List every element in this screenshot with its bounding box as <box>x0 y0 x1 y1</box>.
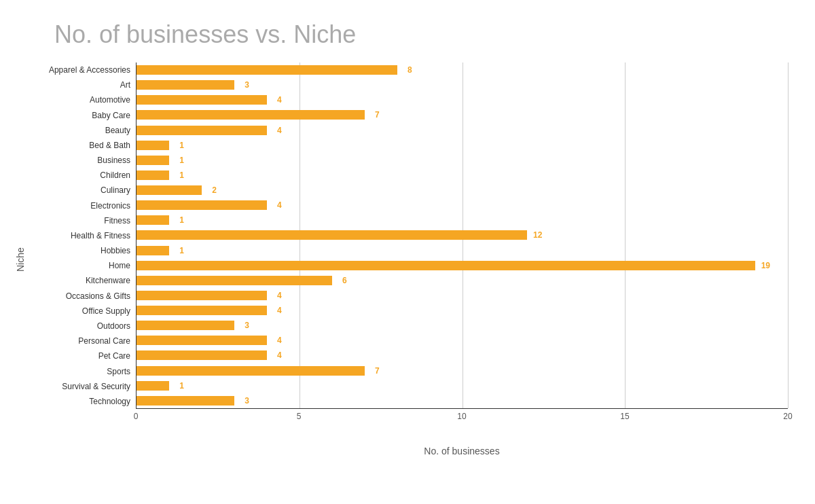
bar-row: 1 <box>137 153 788 168</box>
bar-value-label: 4 <box>277 350 282 360</box>
bar: 4 <box>137 95 267 105</box>
bar-value-label: 1 <box>179 156 184 165</box>
category-label: Automotive <box>27 92 136 107</box>
bar: 1 <box>137 215 169 225</box>
category-label: Personal Care <box>27 334 136 348</box>
x-axis-tick-label: 10 <box>457 412 466 421</box>
bar: 3 <box>137 80 234 90</box>
category-label: Culinary <box>27 183 136 198</box>
category-labels: Apparel & AccessoriesArtAutomotiveBaby C… <box>27 62 136 409</box>
bar-value-label: 1 <box>179 246 184 255</box>
bar-row: 3 <box>137 77 788 92</box>
category-label: Outdoors <box>27 319 136 334</box>
category-label: Technology <box>27 394 136 409</box>
bar-row: 1 <box>137 138 788 153</box>
bar: 6 <box>137 276 332 285</box>
chart-inner: Apparel & AccessoriesArtAutomotiveBaby C… <box>27 62 788 456</box>
bar-row: 7 <box>137 363 788 378</box>
bar-row: 4 <box>137 288 788 303</box>
bar-row: 4 <box>137 123 788 138</box>
category-label: Baby Care <box>27 108 136 123</box>
bar-row: 4 <box>137 348 788 363</box>
bars-container: 8347411124112119644344713 <box>137 62 788 408</box>
bar-row: 1 <box>137 243 788 258</box>
category-label: Fitness <box>27 213 136 228</box>
category-label: Sports <box>27 363 136 378</box>
bar-value-label: 6 <box>342 276 347 285</box>
bar: 4 <box>137 306 267 315</box>
bar-row: 4 <box>137 303 788 318</box>
category-label: Art <box>27 77 136 92</box>
bar-row: 3 <box>137 393 788 408</box>
chart-title: No. of businesses vs. Niche <box>54 20 788 49</box>
bar: 3 <box>137 396 234 406</box>
category-label: Bed & Bath <box>27 138 136 153</box>
category-label: Health & Fitness <box>27 228 136 243</box>
bars-section: Apparel & AccessoriesArtAutomotiveBaby C… <box>27 62 788 409</box>
bar-value-label: 1 <box>179 141 184 150</box>
bar-value-label: 3 <box>244 396 249 406</box>
bars-grid: 8347411124112119644344713 <box>136 62 788 409</box>
bar-value-label: 7 <box>375 110 380 120</box>
category-label: Survival & Security <box>27 379 136 394</box>
bar-row: 4 <box>137 92 788 107</box>
bar: 1 <box>137 141 169 150</box>
bar: 7 <box>137 366 365 376</box>
bar: 4 <box>137 350 267 360</box>
bar: 1 <box>137 170 169 180</box>
y-axis-label: Niche <box>14 62 27 456</box>
bar-row: 1 <box>137 213 788 228</box>
bar: 1 <box>137 156 169 165</box>
chart-area: Niche Apparel & AccessoriesArtAutomotive… <box>14 62 788 456</box>
x-axis-title: No. of businesses <box>136 446 788 456</box>
bar: 7 <box>137 110 365 120</box>
bar-row: 8 <box>137 62 788 77</box>
chart-container: No. of businesses vs. Niche Niche Appare… <box>0 0 815 504</box>
category-label: Home <box>27 258 136 273</box>
bar: 4 <box>137 291 267 300</box>
bar-value-label: 8 <box>408 65 412 75</box>
x-axis-tick-label: 15 <box>620 412 629 421</box>
bar-value-label: 12 <box>533 230 542 240</box>
bar: 12 <box>137 230 527 240</box>
bar-value-label: 4 <box>277 306 282 315</box>
bar: 4 <box>137 336 267 345</box>
bar: 4 <box>137 200 267 210</box>
bar-row: 4 <box>137 198 788 213</box>
bar: 2 <box>137 185 202 195</box>
bar-value-label: 3 <box>244 321 249 330</box>
bar-value-label: 19 <box>761 261 770 270</box>
bar-row: 7 <box>137 107 788 122</box>
bar: 1 <box>137 246 169 255</box>
grid-line <box>788 62 789 408</box>
bar-row: 12 <box>137 228 788 242</box>
bar-row: 6 <box>137 273 788 288</box>
category-label: Pet Care <box>27 348 136 363</box>
bar-value-label: 3 <box>244 80 249 90</box>
category-label: Occasions & Gifts <box>27 289 136 304</box>
bar-value-label: 4 <box>277 95 282 105</box>
category-label: Beauty <box>27 123 136 138</box>
bar: 1 <box>137 381 169 391</box>
bar: 4 <box>137 126 267 135</box>
bar-row: 4 <box>137 333 788 348</box>
bar-row: 1 <box>137 378 788 393</box>
bar: 3 <box>137 321 234 330</box>
bar-value-label: 2 <box>212 185 217 195</box>
category-label: Kitchenware <box>27 273 136 288</box>
bar-value-label: 1 <box>179 170 184 180</box>
bar-row: 19 <box>137 258 788 273</box>
bar: 19 <box>137 261 755 270</box>
bar-value-label: 4 <box>277 126 282 135</box>
category-label: Hobbies <box>27 243 136 258</box>
bar-row: 1 <box>137 168 788 183</box>
bar-row: 2 <box>137 183 788 198</box>
bar-value-label: 4 <box>277 336 282 345</box>
category-label: Business <box>27 153 136 168</box>
x-axis-tick-label: 20 <box>783 412 792 421</box>
category-label: Office Supply <box>27 304 136 319</box>
category-label: Children <box>27 168 136 183</box>
bar-row: 3 <box>137 318 788 333</box>
x-axis-labels: 05101520 <box>136 412 788 425</box>
bar-value-label: 7 <box>375 366 380 376</box>
